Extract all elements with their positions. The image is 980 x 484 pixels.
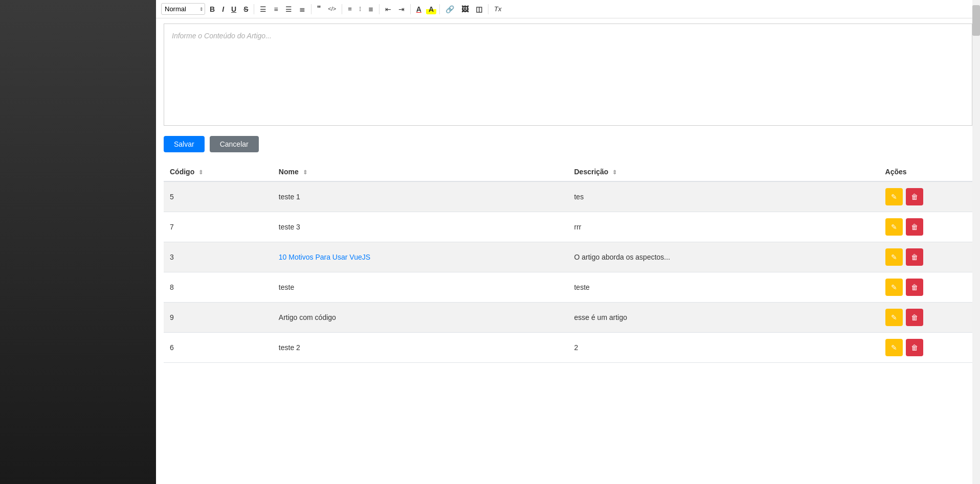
indent-button[interactable]: ⇥	[396, 4, 407, 14]
actions-cell: ✎🗑	[885, 279, 966, 296]
outdent-button[interactable]: ⇤	[383, 4, 394, 14]
unordered-list-button[interactable]: ⁝	[357, 4, 364, 14]
edit-button[interactable]: ✎	[885, 188, 903, 205]
actions-cell: ✎🗑	[885, 188, 966, 205]
cell-codigo: 3	[164, 242, 273, 272]
cell-acoes: ✎🗑	[879, 333, 972, 363]
bold-button[interactable]: B	[207, 4, 217, 14]
divider-7	[488, 4, 488, 14]
edit-button[interactable]: ✎	[885, 218, 903, 236]
cell-nome: Artigo com código	[273, 303, 568, 333]
align-justify-button[interactable]: ≣	[297, 4, 308, 14]
table-row: 310 Motivos Para Usar VueJSO artigo abor…	[164, 242, 972, 272]
blockquote-button[interactable]: "	[315, 4, 324, 15]
salvar-button[interactable]: Salvar	[164, 136, 205, 152]
col-header-codigo[interactable]: Código ⇕	[164, 163, 273, 181]
table-insert-button[interactable]: ◫	[473, 4, 485, 14]
scrollbar-track[interactable]	[972, 0, 980, 484]
list-style-button[interactable]: ≣	[366, 5, 376, 14]
align-right-button[interactable]: ☰	[283, 4, 295, 14]
divider-3	[342, 4, 342, 14]
col-header-nome[interactable]: Nome ⇕	[273, 163, 568, 181]
sort-icon-descricao: ⇕	[612, 169, 617, 176]
table-row: 8testeteste✎🗑	[164, 272, 972, 303]
article-content-editor[interactable]: Informe o Conteúdo do Artigo...	[164, 24, 972, 126]
align-center-button[interactable]: ≡	[271, 4, 280, 14]
articles-table: Código ⇕ Nome ⇕ Descrição ⇕ Ações	[164, 163, 972, 363]
edit-button[interactable]: ✎	[885, 279, 903, 296]
ordered-list-button[interactable]: ≡	[345, 4, 354, 14]
edit-button[interactable]: ✎	[885, 309, 903, 326]
actions-cell: ✎🗑	[885, 218, 966, 236]
strikethrough-button[interactable]: S	[241, 4, 251, 14]
edit-button[interactable]: ✎	[885, 339, 903, 356]
actions-cell: ✎🗑	[885, 309, 966, 326]
articles-table-container: Código ⇕ Nome ⇕ Descrição ⇕ Ações	[156, 163, 980, 363]
format-select-wrapper[interactable]: Normal Heading 1 Heading 2 Heading 3	[161, 3, 205, 15]
table-row: 7teste 3rrr✎🗑	[164, 212, 972, 242]
cell-codigo: 8	[164, 272, 273, 303]
cell-acoes: ✎🗑	[879, 272, 972, 303]
table-body: 5teste 1tes✎🗑7teste 3rrr✎🗑310 Motivos Pa…	[164, 181, 972, 363]
delete-button[interactable]: 🗑	[906, 339, 923, 356]
divider-2	[311, 4, 311, 14]
table-row: 9Artigo com códigoesse é um artigo✎🗑	[164, 303, 972, 333]
editor-toolbar: Normal Heading 1 Heading 2 Heading 3 B I…	[156, 0, 980, 18]
code-button[interactable]: </>	[325, 5, 339, 13]
col-header-acoes: Ações	[879, 163, 972, 181]
editor-placeholder: Informe o Conteúdo do Artigo...	[172, 32, 272, 40]
edit-button[interactable]: ✎	[885, 248, 903, 266]
delete-button[interactable]: 🗑	[906, 218, 923, 236]
divider-4	[379, 4, 380, 14]
format-select[interactable]: Normal Heading 1 Heading 2 Heading 3	[161, 3, 205, 15]
cell-codigo: 6	[164, 333, 273, 363]
delete-button[interactable]: 🗑	[906, 309, 923, 326]
sidebar	[0, 0, 156, 484]
cell-acoes: ✎🗑	[879, 303, 972, 333]
cell-codigo: 7	[164, 212, 273, 242]
image-button[interactable]: 🖼	[459, 4, 471, 14]
font-color-button[interactable]: A	[414, 4, 424, 14]
cell-codigo: 5	[164, 181, 273, 212]
cell-nome: teste 2	[273, 333, 568, 363]
divider-1	[254, 4, 254, 14]
cell-nome: teste 1	[273, 181, 568, 212]
cell-descricao: teste	[568, 272, 879, 303]
cell-acoes: ✎🗑	[879, 212, 972, 242]
cell-descricao: tes	[568, 181, 879, 212]
sort-icon-codigo: ⇕	[198, 169, 203, 176]
divider-6	[439, 4, 440, 14]
form-buttons: Salvar Cancelar	[156, 131, 980, 163]
cell-descricao: rrr	[568, 212, 879, 242]
link-button[interactable]: 🔗	[443, 4, 457, 14]
actions-cell: ✎🗑	[885, 248, 966, 266]
highlight-button[interactable]: A	[426, 4, 436, 14]
cell-acoes: ✎🗑	[879, 181, 972, 212]
delete-button[interactable]: 🗑	[906, 279, 923, 296]
clear-format-button[interactable]: Tx	[492, 4, 504, 14]
cell-descricao: O artigo aborda os aspectos...	[568, 242, 879, 272]
delete-button[interactable]: 🗑	[906, 248, 923, 266]
cell-codigo: 9	[164, 303, 273, 333]
underline-button[interactable]: U	[229, 4, 239, 14]
table-row: 6teste 22✎🗑	[164, 333, 972, 363]
delete-button[interactable]: 🗑	[906, 188, 923, 205]
table-row: 5teste 1tes✎🗑	[164, 181, 972, 212]
cell-nome: teste 3	[273, 212, 568, 242]
col-header-descricao[interactable]: Descrição ⇕	[568, 163, 879, 181]
divider-5	[410, 4, 411, 14]
table-header: Código ⇕ Nome ⇕ Descrição ⇕ Ações	[164, 163, 972, 181]
scrollbar-thumb[interactable]	[972, 5, 980, 36]
italic-button[interactable]: I	[219, 4, 227, 14]
actions-cell: ✎🗑	[885, 339, 966, 356]
cell-nome: teste	[273, 272, 568, 303]
cell-descricao: esse é um artigo	[568, 303, 879, 333]
cell-acoes: ✎🗑	[879, 242, 972, 272]
article-link[interactable]: 10 Motivos Para Usar VueJS	[279, 253, 370, 261]
sort-icon-nome: ⇕	[303, 169, 307, 176]
cell-nome[interactable]: 10 Motivos Para Usar VueJS	[273, 242, 568, 272]
cancelar-button[interactable]: Cancelar	[210, 136, 259, 152]
align-left-button[interactable]: ☰	[257, 4, 269, 14]
main-content: Normal Heading 1 Heading 2 Heading 3 B I…	[156, 0, 980, 484]
cell-descricao: 2	[568, 333, 879, 363]
